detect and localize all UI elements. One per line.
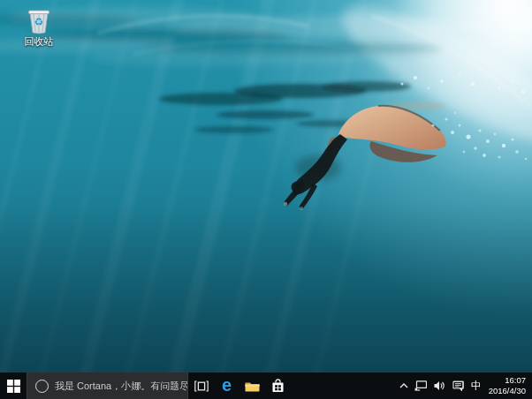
recycle-bin-icon: ♻: [24, 5, 54, 35]
chevron-up-icon: [399, 382, 408, 389]
store-button[interactable]: [265, 373, 291, 399]
desktop[interactable]: ♻ 回收站: [0, 0, 532, 373]
system-tray: 中 16:07 2016/4/30: [396, 373, 532, 399]
network-button[interactable]: [412, 373, 430, 399]
ethernet-icon: [414, 380, 427, 391]
taskbar: 我是 Cortana，小娜。有问题尽管问我。 e: [0, 373, 532, 399]
ime-indicator[interactable]: 中: [467, 373, 485, 399]
cortana-search-box[interactable]: 我是 Cortana，小娜。有问题尽管问我。: [27, 373, 188, 399]
clock[interactable]: 16:07 2016/4/30: [485, 373, 532, 399]
task-view-button[interactable]: [188, 373, 214, 399]
recycle-bin-label: 回收站: [25, 36, 54, 47]
clock-date: 2016/4/30: [489, 386, 526, 396]
edge-browser-icon: e: [222, 376, 232, 394]
wallpaper-image: [0, 0, 532, 373]
screen: ♻ 回收站 我是 Cortana，小娜。有问题尽管问我。: [0, 0, 532, 399]
show-hidden-icons-button[interactable]: [396, 373, 412, 399]
speaker-icon: [434, 380, 445, 391]
start-button[interactable]: [0, 373, 27, 399]
shopping-bag-icon: [271, 379, 285, 393]
recycle-bin[interactable]: ♻ 回收站: [14, 5, 64, 47]
svg-text:♻: ♻: [34, 16, 44, 28]
windows-logo-icon: [7, 380, 20, 393]
cortana-search-text: 我是 Cortana，小娜。有问题尽管问我。: [55, 380, 187, 393]
folder-icon: [245, 380, 260, 392]
clock-time: 16:07: [489, 375, 526, 386]
volume-button[interactable]: [430, 373, 449, 399]
edge-button[interactable]: e: [214, 373, 239, 399]
cortana-icon: [35, 380, 49, 393]
task-view-icon: [194, 380, 209, 392]
action-center-button[interactable]: [449, 373, 467, 399]
action-center-icon: [452, 380, 464, 391]
file-explorer-button[interactable]: [239, 373, 265, 399]
